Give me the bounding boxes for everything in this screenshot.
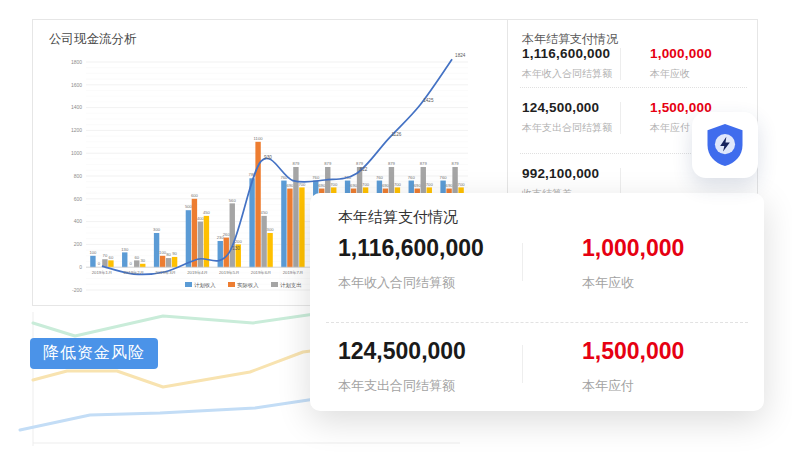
svg-text:879: 879 — [292, 161, 300, 166]
risk-reduction-tag-label: 降低资金风险 — [43, 343, 145, 364]
svg-text:100: 100 — [89, 250, 97, 255]
svg-text:1800: 1800 — [71, 59, 82, 65]
svg-text:1126: 1126 — [391, 132, 401, 137]
svg-text:760: 760 — [376, 175, 384, 180]
svg-text:0: 0 — [130, 261, 133, 266]
svg-text:700: 700 — [330, 182, 338, 187]
svg-text:760: 760 — [312, 175, 320, 180]
popup-receivable-label: 本年应收 — [582, 274, 792, 292]
settlement-balance-value: 992,100,000 — [522, 166, 640, 181]
svg-text:130: 130 — [232, 246, 240, 251]
risk-reduction-tag: 降低资金风险 — [30, 338, 158, 369]
svg-text:879: 879 — [420, 161, 428, 166]
svg-text:300: 300 — [267, 227, 275, 232]
svg-text:80: 80 — [166, 252, 171, 257]
popup-payable-value: 1,500,000 — [582, 338, 792, 365]
svg-text:1000: 1000 — [71, 150, 82, 156]
column-divider — [620, 102, 621, 134]
svg-text:700: 700 — [426, 182, 434, 187]
popup-income-settlement: 1,116,600,000 本年收入合同结算额 — [338, 235, 548, 292]
svg-text:690: 690 — [286, 183, 294, 188]
svg-text:60: 60 — [134, 255, 139, 260]
svg-text:600: 600 — [74, 196, 83, 202]
legend-swatch — [228, 282, 235, 287]
svg-text:计划支出: 计划支出 — [280, 282, 302, 289]
svg-text:690: 690 — [350, 183, 358, 188]
svg-text:700: 700 — [394, 182, 402, 187]
svg-text:计划收入: 计划收入 — [194, 282, 216, 288]
income-settlement-value: 1,116,600,000 — [522, 46, 640, 61]
shield-lightning-icon — [704, 122, 746, 168]
svg-text:2019年5月: 2019年5月 — [219, 270, 240, 275]
svg-text:700: 700 — [362, 182, 370, 187]
svg-text:实际收入: 实际收入 — [237, 282, 259, 289]
svg-text:690: 690 — [446, 183, 454, 188]
popup-receivable-value: 1,000,000 — [582, 235, 792, 262]
svg-text:70: 70 — [103, 253, 108, 258]
popup-income-value: 1,116,600,000 — [338, 235, 548, 262]
legend-swatch — [271, 282, 278, 287]
svg-text:90: 90 — [172, 251, 177, 256]
svg-text:60: 60 — [109, 255, 114, 260]
popup-receivable: 1,000,000 本年应收 — [582, 235, 792, 292]
svg-text:0: 0 — [79, 264, 82, 270]
svg-text:2019年2月: 2019年2月 — [123, 270, 144, 275]
svg-text:879: 879 — [452, 161, 460, 166]
svg-text:2019年1月: 2019年1月 — [92, 270, 113, 275]
svg-text:879: 879 — [356, 161, 364, 166]
svg-text:879: 879 — [388, 161, 396, 166]
expense-settlement-value: 124,500,000 — [522, 100, 640, 115]
receivable-value: 1,000,000 — [650, 46, 768, 61]
svg-text:30: 30 — [140, 258, 145, 263]
svg-text:-200: -200 — [72, 287, 82, 293]
legend-swatch — [185, 282, 192, 287]
svg-text:2019年3月: 2019年3月 — [155, 270, 176, 275]
svg-text:200: 200 — [74, 241, 83, 247]
dashboard-page: 公司现金流分析 -2000200400600800100012001400160… — [0, 0, 792, 459]
popup-row-divider — [326, 322, 748, 323]
svg-text:2019年7月: 2019年7月 — [283, 270, 304, 275]
svg-text:700: 700 — [458, 182, 466, 187]
svg-text:690: 690 — [382, 183, 390, 188]
svg-text:130: 130 — [121, 247, 129, 252]
svg-text:1425: 1425 — [423, 98, 434, 103]
income-settlement-label: 本年收入合同结算额 — [522, 67, 640, 81]
popup-column-divider — [522, 243, 523, 281]
popup-income-label: 本年收入合同结算额 — [338, 274, 548, 292]
popup-title: 本年结算支付情况 — [338, 208, 458, 227]
cashflow-chart-title: 公司现金流分析 — [49, 31, 137, 48]
svg-text:879: 879 — [324, 161, 332, 166]
popup-expense-settlement: 124,500,000 本年支出合同结算额 — [338, 338, 548, 395]
svg-text:760: 760 — [440, 175, 448, 180]
popup-expense-label: 本年支出合同结算额 — [338, 377, 548, 395]
svg-text:260: 260 — [223, 232, 231, 237]
popup-column-divider — [522, 345, 523, 383]
receivable-amount: 1,000,000 本年应收 — [650, 46, 768, 81]
svg-text:822: 822 — [360, 167, 368, 172]
expense-settlement-label: 本年支出合同结算额 — [522, 121, 640, 135]
svg-text:760: 760 — [408, 175, 416, 180]
popup-payable: 1,500,000 本年应付 — [582, 338, 792, 395]
svg-text:2019年4月: 2019年4月 — [187, 270, 208, 275]
svg-text:1200: 1200 — [71, 127, 82, 133]
svg-text:400: 400 — [197, 216, 205, 221]
svg-text:600: 600 — [191, 193, 199, 198]
svg-text:300: 300 — [153, 227, 161, 232]
svg-text:200: 200 — [235, 239, 243, 244]
svg-text:2019年6月: 2019年6月 — [251, 270, 272, 275]
svg-text:560: 560 — [229, 198, 237, 203]
svg-text:930: 930 — [264, 155, 272, 160]
svg-text:800: 800 — [74, 173, 83, 179]
svg-text:450: 450 — [261, 210, 269, 215]
svg-text:690: 690 — [414, 183, 422, 188]
svg-text:1100: 1100 — [254, 136, 264, 141]
svg-text:500: 500 — [185, 204, 193, 209]
popup-payable-label: 本年应付 — [582, 377, 792, 395]
security-badge — [692, 112, 758, 178]
settlement-summary-popup: 本年结算支付情况 1,116,600,000 本年收入合同结算额 1,000,0… — [310, 193, 764, 411]
svg-text:1824: 1824 — [455, 53, 466, 58]
income-settlement-amount: 1,116,600,000 本年收入合同结算额 — [522, 46, 640, 81]
row-divider — [520, 87, 747, 88]
svg-text:450: 450 — [203, 210, 211, 215]
svg-text:1400: 1400 — [71, 104, 82, 110]
